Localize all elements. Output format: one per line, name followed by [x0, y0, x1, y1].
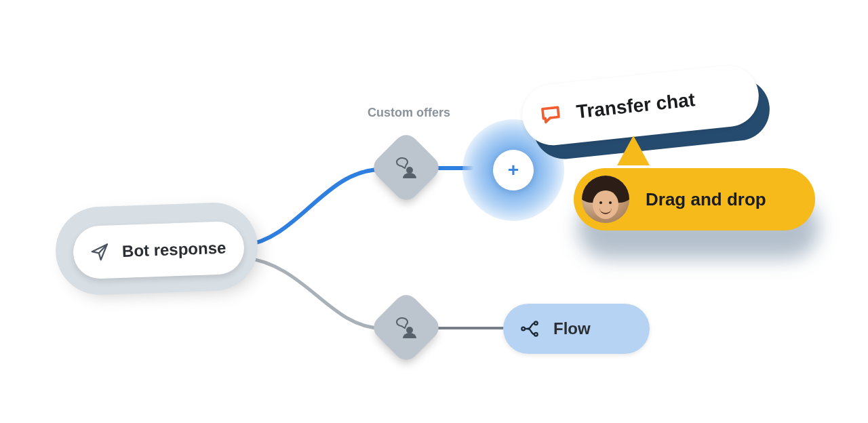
drag-and-drop-hint: Drag and drop [574, 168, 825, 243]
chat-person-icon [393, 154, 420, 181]
user-avatar [582, 176, 629, 223]
bot-response-node[interactable]: Bot response [73, 221, 245, 280]
chat-person-icon [393, 314, 420, 341]
add-node-button[interactable]: + [493, 150, 534, 190]
svg-point-2 [406, 167, 413, 174]
chat-bubble-icon [537, 102, 564, 129]
decision-node-top[interactable] [369, 130, 443, 205]
decision-label: Custom offers [358, 106, 460, 120]
flow-node-label: Flow [553, 319, 591, 338]
plus-icon: + [508, 161, 519, 180]
paper-plane-icon [90, 242, 111, 263]
bot-response-label: Bot response [122, 239, 226, 261]
decision-node-bottom[interactable] [369, 290, 443, 365]
flow-branch-icon [519, 319, 540, 339]
svg-point-3 [406, 327, 413, 334]
flow-node[interactable]: Flow [503, 304, 650, 354]
cursor-pointer-icon [616, 134, 651, 169]
svg-marker-7 [617, 136, 650, 165]
flow-builder-diagram: Bot response Custom offers + [0, 0, 868, 423]
transfer-chat-label: Transfer chat [575, 89, 696, 123]
drag-hint-label: Drag and drop [646, 189, 766, 210]
